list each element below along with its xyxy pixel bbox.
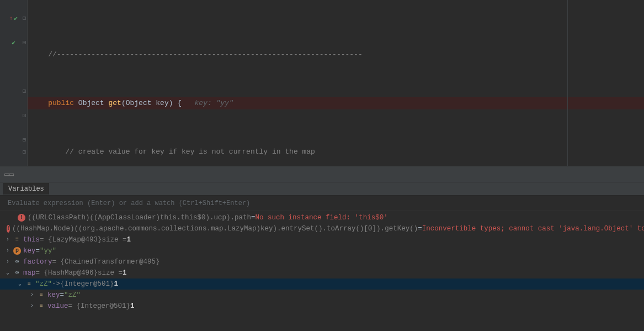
var-name: factory (23, 256, 52, 267)
fold-icon: ⊟ (23, 15, 26, 22)
debug-tabs: Variables (0, 182, 644, 196)
debug-panel: Variables Evaluate expression (Enter) or… (0, 182, 644, 331)
collapse-icon[interactable]: ⌄ (4, 267, 11, 279)
expand-icon[interactable]: › (29, 290, 35, 301)
equals: = (251, 212, 256, 223)
expand-icon[interactable]: › (4, 256, 11, 267)
variables-tab[interactable]: Variables (3, 183, 49, 195)
watch-error-row[interactable]: ! ((HashMap.Node)((org.apache.commons.co… (0, 223, 644, 234)
field-icon: ≡ (38, 291, 45, 299)
var-value: "zZ" (64, 290, 81, 301)
signature: (Object key) { (121, 99, 182, 107)
fold-marker[interactable]: ⊟ (0, 12, 27, 24)
fold-icon: ⊟ (23, 136, 26, 143)
fold-end[interactable]: ⊡ (0, 146, 27, 158)
right-margin (567, 0, 568, 166)
code-area[interactable]: //--------------------------------------… (28, 0, 644, 166)
type: Object (78, 99, 104, 107)
field-icon: ≡ (38, 302, 45, 310)
var-num: 1 (130, 301, 135, 312)
panel-toolbar: ▭▭ (0, 166, 644, 182)
entry-value: {Integer@501} (60, 279, 114, 290)
arrow-sep: -> (52, 279, 60, 290)
var-name: this (23, 234, 40, 245)
size-value: 1 (123, 267, 127, 279)
error-message: No such instance field: 'this$0' (256, 212, 388, 223)
var-name: value (47, 301, 68, 312)
variables-tree[interactable]: ! ((URLClassPath)((AppClassLoader)this.t… (0, 211, 644, 331)
entry-key: "zZ" (35, 279, 52, 290)
fold-end[interactable]: ⊡ (0, 85, 27, 97)
var-name: key (47, 290, 60, 301)
fold-end[interactable]: ⊡ (0, 109, 27, 122)
layout-icon[interactable]: ▭▭ (4, 170, 14, 179)
expand-icon[interactable]: › (29, 301, 35, 312)
placeholder-text: Evaluate expression (Enter) or add a wat… (8, 199, 250, 207)
editor: ↑ ✔ ⊟ ✔ ⊟ ⊡ ⊡ ⊟ ⊡ //--------------------… (0, 0, 644, 166)
watch-expr: ((URLClassPath)((AppClassLoader)this.thi… (28, 212, 251, 223)
var-value: = {ChainedTransformer@495} (52, 256, 160, 267)
code-text: //--------------------------------------… (48, 50, 363, 59)
param-icon: p (13, 247, 21, 255)
fold-marker[interactable]: ⊟ (0, 36, 27, 49)
object-icon: ∞ (13, 258, 21, 266)
fold-marker[interactable]: ⊟ (0, 134, 27, 146)
fold-icon: ⊟ (23, 39, 26, 46)
equals: = (36, 245, 40, 256)
object-icon: ∞ (13, 269, 21, 277)
map-entry[interactable]: ⌄ ≡ "zZ" -> {Integer@501} 1 (0, 279, 644, 290)
expand-icon[interactable]: › (4, 245, 11, 256)
code-line[interactable]: public Object get(Object key) { key: "yy… (28, 97, 644, 109)
method-name: get (108, 99, 121, 107)
var-value: = {HashMap@496} (36, 267, 98, 279)
entry-num: 1 (114, 279, 119, 290)
map-entry-key[interactable]: › ≡ key = "zZ" (0, 290, 644, 301)
map-entry-value[interactable]: › ≡ value = {Integer@501} 1 (0, 301, 644, 312)
var-value: = {LazyMap@493} (40, 234, 102, 245)
fold-end-icon: ⊡ (23, 149, 26, 155)
expand-icon[interactable]: › (4, 234, 11, 245)
comment: // create value for key if key is not cu… (65, 148, 315, 156)
equals: = (418, 223, 422, 234)
watch-error-row[interactable]: ! ((URLClassPath)((AppClassLoader)this.t… (0, 212, 644, 223)
keyword: public (48, 99, 74, 107)
watch-expr: ((HashMap.Node)((org.apache.commons.coll… (12, 223, 418, 234)
size-label: size = (98, 267, 123, 279)
evaluate-input[interactable]: Evaluate expression (Enter) or add a wat… (0, 196, 644, 211)
inline-hint: key: "yy" (195, 99, 233, 107)
error-message: Inconvertible types; cannot cast 'java.l… (422, 223, 644, 234)
size-value: 1 (127, 234, 131, 245)
var-value: "yy" (40, 245, 56, 256)
var-factory[interactable]: › ∞ factory = {ChainedTransformer@495} (0, 256, 644, 267)
gutter: ↑ ✔ ⊟ ✔ ⊟ ⊡ ⊡ ⊟ ⊡ (0, 0, 28, 166)
field-icon: ≡ (25, 280, 33, 288)
var-value: = {Integer@501} (68, 301, 131, 312)
var-map[interactable]: ⌄ ∞ map = {HashMap@496} size = 1 (0, 267, 644, 279)
collapse-icon[interactable]: ⌄ (17, 279, 23, 290)
equals: = (60, 290, 65, 301)
size-label: size = (102, 234, 127, 245)
error-icon: ! (7, 225, 10, 233)
error-icon: ! (18, 214, 25, 222)
fold-end-icon: ⊡ (23, 112, 26, 119)
var-this[interactable]: › ≡ this = {LazyMap@493} size = 1 (0, 234, 644, 245)
fold-end-icon: ⊡ (23, 88, 26, 94)
var-name: key (23, 245, 36, 256)
var-name: map (23, 267, 36, 279)
field-icon: ≡ (13, 236, 21, 244)
var-key[interactable]: › p key = "yy" (0, 245, 644, 256)
